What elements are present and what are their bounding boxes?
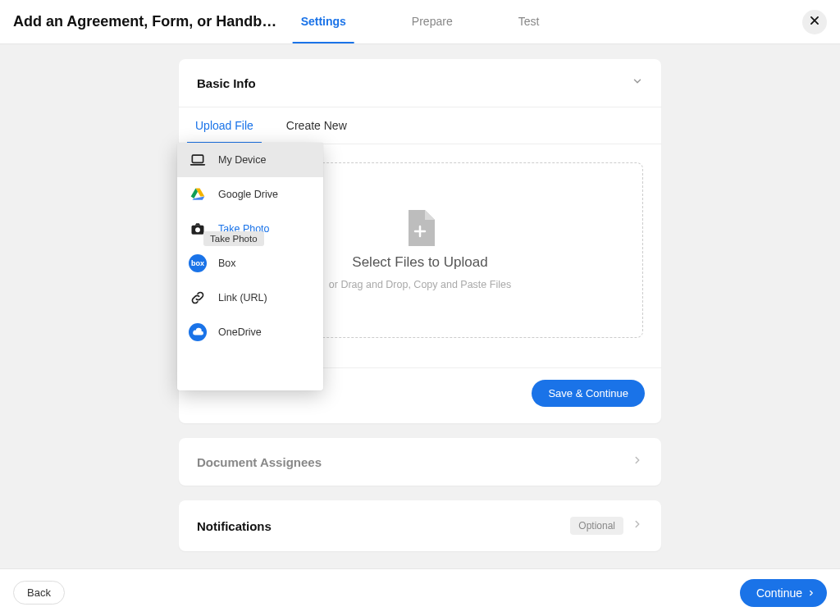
source-onedrive[interactable]: OneDrive: [177, 315, 323, 349]
save-continue-button[interactable]: Save & Continue: [532, 380, 645, 407]
card-document-assignees: Document Assignees: [179, 438, 661, 486]
onedrive-icon: [189, 323, 207, 341]
card-assignees-title: Document Assignees: [197, 455, 322, 469]
source-box[interactable]: box Box: [177, 246, 323, 281]
chevron-right-icon: [632, 454, 643, 469]
upload-title: Select Files to Upload: [352, 254, 487, 271]
chevron-down-icon: [632, 75, 643, 90]
upload-source-menu: My Device Google Drive Take Photo box Bo…: [177, 143, 323, 390]
page-header: Add an Agreement, Form, or Handb… Settin…: [0, 0, 840, 44]
source-item-label: Google Drive: [218, 189, 278, 200]
close-button[interactable]: [802, 10, 827, 34]
tab-test[interactable]: Test: [510, 0, 548, 43]
card-notifications: Notifications Optional: [179, 500, 661, 551]
content-area: Basic Info Upload File Create New Select…: [0, 44, 840, 568]
close-icon: [809, 15, 820, 30]
source-link-url[interactable]: Link (URL): [177, 281, 323, 315]
source-item-label: Link (URL): [218, 292, 267, 303]
tab-settings[interactable]: Settings: [293, 0, 354, 43]
source-item-label: OneDrive: [218, 326, 262, 338]
laptop-icon: [189, 151, 207, 169]
back-button[interactable]: Back: [13, 581, 65, 605]
continue-button[interactable]: Continue: [740, 579, 827, 607]
card-assignees-header[interactable]: Document Assignees: [179, 438, 661, 486]
optional-badge: Optional: [570, 517, 623, 535]
tab-prepare[interactable]: Prepare: [404, 0, 461, 43]
svg-point-2: [195, 227, 200, 232]
tooltip-take-photo: Take Photo: [203, 231, 264, 246]
page-title: Add an Agreement, Form, or Handb…: [13, 13, 276, 30]
card-basic-info-title: Basic Info: [197, 76, 256, 90]
google-drive-icon: [189, 185, 207, 203]
chevron-right-icon: [807, 586, 815, 600]
box-icon: box: [189, 254, 207, 272]
card-basic-info-header[interactable]: Basic Info: [179, 59, 661, 107]
continue-label: Continue: [756, 586, 802, 600]
source-my-device[interactable]: My Device: [177, 143, 323, 177]
card-notifications-header[interactable]: Notifications Optional: [179, 500, 661, 551]
subtab-create-new[interactable]: Create New: [278, 107, 355, 144]
card-notifications-title: Notifications: [197, 519, 272, 533]
subtab-upload-file[interactable]: Upload File: [187, 107, 262, 144]
source-item-label: My Device: [218, 154, 266, 166]
page-footer: Back Continue: [0, 568, 840, 616]
chevron-right-icon: [632, 518, 643, 533]
file-add-icon: [405, 210, 435, 246]
upload-subtitle: or Drag and Drop, Copy and Paste Files: [329, 279, 511, 290]
link-icon: [189, 289, 207, 307]
source-item-label: Box: [218, 258, 236, 269]
source-google-drive[interactable]: Google Drive: [177, 177, 323, 212]
subtabs: Upload File Create New: [179, 107, 661, 144]
svg-rect-0: [192, 155, 203, 162]
header-tabs: Settings Prepare Test: [293, 0, 548, 43]
